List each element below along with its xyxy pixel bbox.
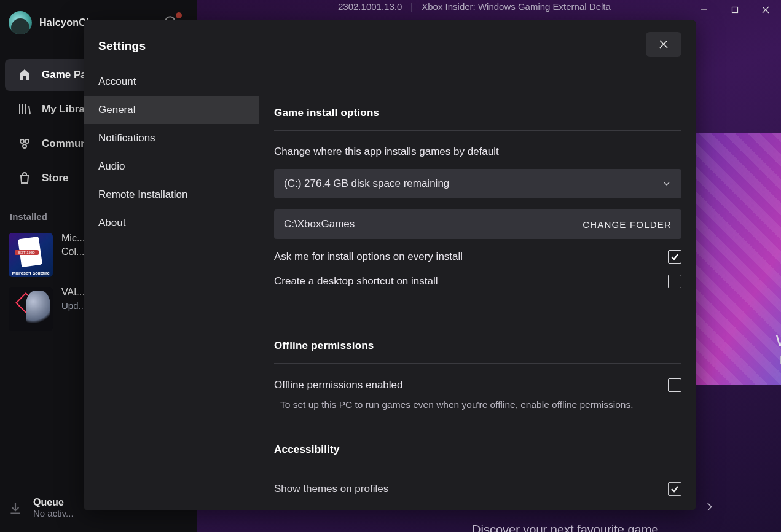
ask-every-install-row[interactable]: Ask me for install options on every inst… <box>274 250 681 264</box>
offline-enabled-label: Offline permissions enabled <box>274 379 402 391</box>
section-accessibility: Accessibility Show themes on profiles <box>274 444 681 496</box>
settings-nav-remote[interactable]: Remote Installation <box>84 181 259 209</box>
settings-nav-general[interactable]: General <box>84 96 259 124</box>
create-shortcut-label: Create a desktop shortcut on install <box>274 275 438 288</box>
settings-nav-notifications[interactable]: Notifications <box>84 124 259 152</box>
close-button[interactable] <box>646 32 681 57</box>
change-where-label: Change where this app installs games by … <box>274 146 681 158</box>
settings-nav-account[interactable]: Account <box>84 68 259 96</box>
settings-sidebar: Settings Account General Notifications A… <box>84 20 259 510</box>
settings-modal: Settings Account General Notifications A… <box>84 20 696 510</box>
settings-title: Settings <box>84 34 259 68</box>
install-folder-row: C:\XboxGames CHANGE FOLDER <box>274 209 681 239</box>
section-heading: Offline permissions <box>274 340 681 364</box>
section-heading: Game install options <box>274 107 681 131</box>
settings-nav-about[interactable]: About <box>84 209 259 237</box>
chevron-down-icon <box>662 179 672 189</box>
create-shortcut-row[interactable]: Create a desktop shortcut on install <box>274 275 681 288</box>
change-folder-button[interactable]: CHANGE FOLDER <box>583 219 672 230</box>
check-icon <box>670 485 679 493</box>
section-install-options: Game install options Change where this a… <box>274 107 681 288</box>
folder-path: C:\XboxGames <box>284 218 355 230</box>
drive-select[interactable]: (C:) 276.4 GB disk space remaining <box>274 169 681 198</box>
show-themes-label: Show themes on profiles <box>274 483 388 495</box>
modal-overlay: Settings Account General Notifications A… <box>0 0 781 532</box>
offline-help-text: To set up this PC to run games even when… <box>274 399 681 410</box>
show-themes-checkbox[interactable] <box>668 482 681 496</box>
create-shortcut-checkbox[interactable] <box>668 275 681 288</box>
check-icon <box>670 252 679 261</box>
section-heading: Accessibility <box>274 444 681 467</box>
ask-every-label: Ask me for install options on every inst… <box>274 251 463 263</box>
drive-select-value: (C:) 276.4 GB disk space remaining <box>284 178 449 190</box>
close-icon <box>659 40 668 49</box>
section-offline: Offline permissions Offline permissions … <box>274 340 681 410</box>
settings-content: Game install options Change where this a… <box>259 20 696 510</box>
ask-every-checkbox[interactable] <box>668 250 681 264</box>
offline-enabled-checkbox[interactable] <box>668 378 681 392</box>
show-themes-row[interactable]: Show themes on profiles <box>274 482 681 496</box>
settings-nav-audio[interactable]: Audio <box>84 152 259 181</box>
offline-enabled-row[interactable]: Offline permissions enabled <box>274 378 681 392</box>
